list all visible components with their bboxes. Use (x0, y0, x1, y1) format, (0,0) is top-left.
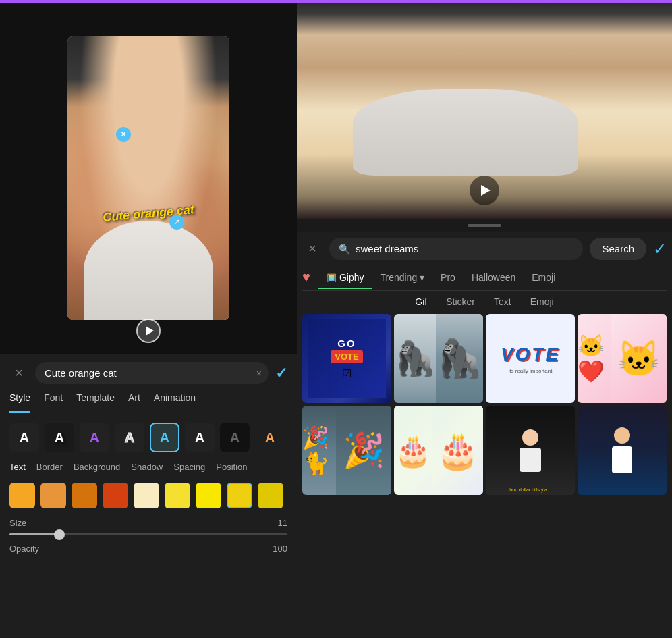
search-button[interactable]: Search (590, 238, 646, 260)
content-type-tabs: Gif Sticker Text Emoji (302, 296, 667, 307)
size-slider-thumb[interactable] (54, 529, 65, 540)
color-swatch-2[interactable] (40, 483, 66, 508)
gif-item-inner-4: 🐱 (611, 314, 667, 403)
subtab-spacing[interactable]: Spacing (173, 462, 205, 475)
source-tab-emoji[interactable]: Emoji (524, 272, 563, 288)
style-tabs: Style Font Template Art Animation (9, 392, 287, 413)
gif-item-inner-3: VOTE its really important (486, 314, 575, 403)
tab-style[interactable]: Style (9, 392, 30, 407)
clear-input-button[interactable]: × (256, 368, 262, 379)
source-tab-giphy[interactable]: ▣ Giphy (318, 271, 372, 289)
color-swatch-8[interactable] (227, 483, 252, 508)
text-edit-input[interactable] (35, 362, 269, 384)
left-video-preview: Cute orange cat × ↗ (0, 3, 297, 354)
gif-item-inner-8 (578, 406, 667, 495)
text-style-2[interactable]: A (45, 423, 74, 452)
right-video-preview (297, 3, 672, 219)
gif-confirm-button[interactable]: ✓ (653, 240, 667, 259)
text-style-4[interactable]: A (115, 423, 144, 452)
gif-item-gorilla[interactable]: 🦍 (394, 314, 483, 403)
size-value: 11 (278, 518, 287, 528)
gif-item-go-vote[interactable]: GO VOTE ☑ (302, 314, 391, 403)
subtab-text[interactable]: Text (9, 462, 26, 475)
color-swatch-7[interactable] (196, 483, 221, 508)
gif-item-freddie[interactable] (578, 406, 667, 495)
drag-handle[interactable] (468, 224, 501, 227)
video-thumbnail: Cute orange cat × ↗ (67, 36, 229, 320)
tab-art[interactable]: Art (128, 392, 140, 407)
tab-template[interactable]: Template (76, 392, 115, 407)
source-tab-trending[interactable]: Trending ▾ (372, 272, 432, 288)
color-swatches (9, 483, 287, 508)
tab-font[interactable]: Font (44, 392, 63, 407)
gif-item-wolf[interactable]: hur, dollar bills y'a... (486, 406, 575, 495)
favorites-button[interactable]: ♥ (302, 269, 310, 290)
subtab-position[interactable]: Position (216, 462, 247, 475)
text-input-wrapper: × (35, 362, 269, 384)
wolf-body (520, 448, 541, 472)
text-style-8[interactable]: A (255, 423, 285, 452)
text-style-5[interactable]: A (150, 423, 179, 452)
gif-item-inner-5: 🎉 (336, 406, 391, 495)
size-control: Size 11 (9, 518, 287, 535)
edit-close-button[interactable]: × (9, 364, 28, 383)
size-label-row: Size 11 (9, 518, 287, 528)
wolf-subtitle: hur, dollar bills y'a... (487, 487, 573, 492)
gif-item-vote-text[interactable]: VOTE its really important (486, 314, 575, 403)
color-swatch-6[interactable] (165, 483, 190, 508)
gif-item-inner-2: 🦍 (436, 314, 483, 403)
color-swatch-1[interactable] (9, 483, 35, 508)
subtab-border[interactable]: Border (36, 462, 63, 475)
gif-panel-close[interactable]: × (302, 239, 323, 259)
tab-animation[interactable]: Animation (154, 392, 196, 407)
vote-text-label: VOTE (331, 350, 362, 363)
right-play-button[interactable] (470, 176, 499, 205)
gif-item-inner-1: GO VOTE ☑ (308, 319, 386, 398)
sub-tabs: Text Border Background Shadow Spacing Po… (9, 462, 287, 475)
text-overlay-resize[interactable]: ↗ (169, 215, 184, 230)
editing-header: × × ✓ (9, 362, 287, 384)
vote-subtext: its really important (509, 368, 553, 374)
text-style-options: A A A A A A A A A (9, 423, 287, 452)
color-swatch-5[interactable] (134, 483, 159, 508)
size-slider-track[interactable] (9, 533, 287, 535)
subtab-shadow[interactable]: Shadow (131, 462, 163, 475)
source-tabs: ♥ ▣ Giphy Trending ▾ Pro Halloween Emoji (302, 269, 667, 291)
wolf-head (522, 429, 538, 446)
opacity-label: Opacity (9, 543, 39, 554)
size-slider-fill (9, 533, 59, 535)
source-tab-halloween[interactable]: Halloween (464, 272, 524, 288)
left-play-button[interactable] (136, 319, 161, 343)
content-tab-text[interactable]: Text (494, 296, 511, 307)
color-swatch-4[interactable] (103, 483, 128, 508)
color-swatch-9[interactable] (258, 483, 283, 508)
subtab-background[interactable]: Background (74, 462, 120, 475)
gif-item-cake[interactable]: 🎂 (394, 406, 483, 495)
text-style-3[interactable]: A (80, 423, 109, 452)
content-tab-emoji[interactable]: Emoji (530, 296, 554, 307)
text-style-6[interactable]: A (185, 423, 215, 452)
checkbox-icon: ☑ (342, 367, 352, 380)
gif-search-input[interactable] (356, 243, 573, 255)
freddie-body (612, 446, 632, 473)
freddie-head (614, 427, 630, 444)
text-style-1[interactable]: A (9, 423, 39, 452)
right-panel: × 🔍 Search ✓ ♥ ▣ Giphy Trending ▾ Pro Ha… (297, 3, 672, 638)
size-label: Size (9, 518, 26, 528)
content-tab-gif[interactable]: Gif (415, 296, 427, 307)
content-tab-sticker[interactable]: Sticker (446, 296, 475, 307)
source-tab-pro[interactable]: Pro (432, 272, 464, 288)
wolf-figure (486, 406, 575, 495)
main-content: Cute orange cat × ↗ × × ✓ Style Font T (0, 3, 672, 638)
cat-image (67, 36, 229, 320)
color-swatch-3[interactable] (72, 483, 97, 508)
giphy-icon: ▣ (327, 271, 337, 284)
confirm-edit-button[interactable]: ✓ (275, 365, 287, 382)
opacity-row: Opacity 100 (9, 543, 287, 554)
text-style-7[interactable]: A (220, 423, 250, 452)
left-panel: Cute orange cat × ↗ × × ✓ Style Font T (0, 3, 297, 638)
gif-item-party-cat[interactable]: 🎉 (302, 406, 391, 495)
gif-item-inner-7: hur, dollar bills y'a... (486, 406, 575, 495)
gif-item-cat-heart[interactable]: 🐱 (578, 314, 667, 403)
gorilla-emoji: 🦍 (436, 336, 483, 381)
